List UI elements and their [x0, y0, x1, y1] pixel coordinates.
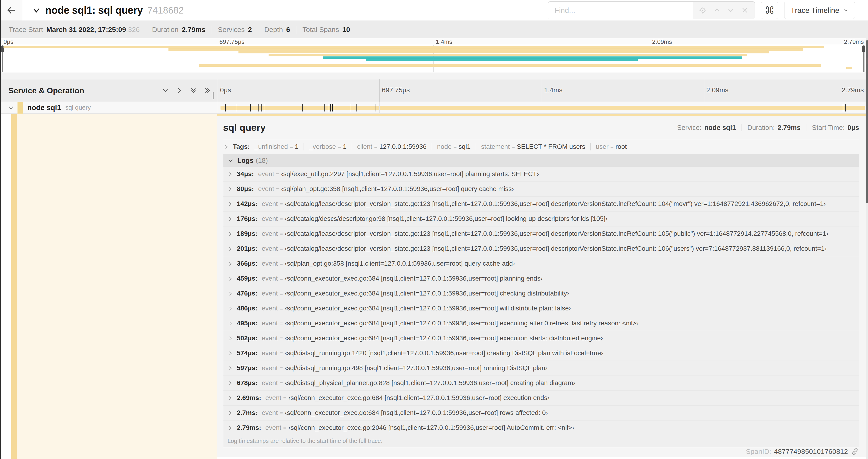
log-tick-marker: [302, 104, 303, 111]
log-field-key: event: [262, 380, 278, 387]
log-row[interactable]: 2.7ms:event=‹sql/conn_executor_exec.go:6…: [223, 405, 859, 420]
tag-equals: =: [512, 143, 515, 150]
next-result-button[interactable]: [725, 4, 737, 16]
tag-key: statement: [481, 143, 510, 151]
logs-footnote: Log timestamps are relative to the start…: [223, 435, 859, 447]
log-field-key: event: [262, 320, 278, 327]
back-button[interactable]: [1, 0, 22, 21]
minimap-span-bar: [239, 51, 769, 54]
detail-meta-label: Service:: [677, 124, 702, 132]
log-row[interactable]: 2.69ms:event=‹sql/conn_executor_exec.go:…: [223, 390, 859, 405]
spanid-value: 4877749850101760812: [774, 448, 848, 456]
log-field-value: ‹sql/conn_executor_exec.go:684 [nsql1,cl…: [285, 275, 542, 282]
spanid-row: SpanID: 4877749850101760812: [746, 447, 859, 456]
keyboard-shortcuts-button[interactable]: ⌘: [761, 2, 778, 19]
chevron-right-icon: [176, 87, 183, 94]
logs-title: Logs: [237, 157, 253, 164]
log-field-equals: =: [280, 380, 283, 387]
tag-value: 1: [295, 143, 299, 151]
log-row[interactable]: 459μs:event=‹sql/conn_executor_exec.go:6…: [223, 271, 859, 286]
jaeger-trace-page: node sql1: sql query 7418682: [0, 0, 868, 459]
tag-equals: =: [290, 143, 293, 150]
minimap-span-bar: [3, 46, 824, 48]
trace-minimap[interactable]: [2, 45, 865, 72]
log-field-equals: =: [283, 395, 286, 402]
timeline-gridline: [704, 102, 704, 113]
log-row[interactable]: 201μs:event=‹sql/catalog/lease/descripto…: [223, 241, 859, 256]
scrollbar-thumb[interactable]: [866, 40, 868, 203]
chevron-up-icon: [713, 6, 720, 14]
log-row[interactable]: 176μs:event=‹sql/catalog/descs/descripto…: [223, 211, 859, 226]
log-field-key: event: [262, 335, 278, 342]
log-timestamp: 2.7ms:: [237, 409, 257, 416]
log-timestamp: 80μs:: [237, 186, 254, 192]
column-resizer-grip[interactable]: [212, 92, 215, 99]
tags-label: Tags:: [233, 143, 250, 151]
log-field-equals: =: [283, 424, 286, 431]
log-row[interactable]: 476μs:event=‹sql/conn_executor_exec.go:6…: [223, 286, 859, 301]
chevron-right-icon: [227, 425, 233, 431]
log-field-key: event: [262, 215, 278, 222]
trace-summary-item: Services2: [218, 26, 252, 34]
trace-summary-value: March 31 2022, 17:25:09.326: [46, 26, 140, 34]
log-field-key: event: [262, 260, 278, 267]
clear-search-button[interactable]: [739, 4, 751, 16]
minimap-span-bar: [323, 57, 742, 59]
span-row-name-cell[interactable]: node sql1 sql query: [1, 102, 217, 113]
deep-link-icon[interactable]: [851, 447, 859, 456]
collapse-deep-button[interactable]: [190, 87, 197, 94]
minimap-span-bar: [846, 67, 852, 69]
span-detail-name-fill: [17, 114, 217, 459]
log-row[interactable]: 502μs:event=‹sql/conn_executor_exec.go:6…: [223, 331, 859, 346]
arrow-left-icon: [6, 5, 17, 15]
log-field-equals: =: [280, 335, 283, 342]
trace-view-selector[interactable]: Trace Timeline: [784, 2, 855, 19]
chevron-right-icon: [227, 171, 233, 177]
span-duration-bar[interactable]: [220, 106, 865, 110]
log-tick-marker: [351, 104, 351, 111]
page-scrollbar[interactable]: [866, 38, 868, 459]
log-row[interactable]: 597μs:event=‹sql/distsql_running.go:498 …: [223, 361, 859, 375]
span-row-timeline[interactable]: [217, 102, 866, 113]
timeline-tick-label: 2.79ms: [844, 38, 864, 45]
log-row[interactable]: 495μs:event=‹sql/conn_executor_exec.go:6…: [223, 316, 859, 331]
log-row[interactable]: 80μs:event=‹sql/plan_opt.go:358 [nsql1,c…: [223, 182, 859, 196]
log-field-value: ‹sql/conn_executor_exec.go:684 [nsql1,cl…: [288, 394, 550, 401]
span-color-strip: [18, 102, 23, 113]
chevron-down-icon: [8, 104, 14, 111]
divider: [590, 143, 591, 151]
log-row[interactable]: 189μs:event=‹sql/catalog/lease/descripto…: [223, 226, 859, 241]
logs-header[interactable]: Logs (18): [223, 154, 859, 167]
minimap-right-scrubber-handle[interactable]: [862, 46, 865, 52]
log-row[interactable]: 678μs:event=‹sql/distsql_physical_planne…: [223, 375, 859, 390]
timeline-gridline: [542, 102, 542, 113]
chevron-down-icon: [162, 87, 169, 94]
collapse-all-button[interactable]: [162, 87, 169, 94]
log-row[interactable]: 486μs:event=‹sql/conn_executor_exec.go:6…: [223, 301, 859, 316]
prev-result-button[interactable]: [711, 4, 723, 16]
focus-match-button[interactable]: [697, 4, 709, 16]
log-row[interactable]: 366μs:event=‹sql/plan_opt.go:358 [nsql1,…: [223, 256, 859, 271]
log-row[interactable]: 34μs:event=‹sql/exec_util.go:2297 [nsql1…: [223, 167, 859, 182]
expand-one-button[interactable]: [176, 87, 183, 94]
log-row[interactable]: 574μs:event=‹sql/distsql_running.go:1420…: [223, 346, 859, 361]
divider: [212, 26, 212, 34]
log-timestamp: 495μs:: [237, 320, 257, 327]
log-field-value: ‹sql/conn_executor_exec.go:684 [nsql1,cl…: [285, 305, 571, 312]
span-row[interactable]: node sql1 sql query: [1, 102, 866, 113]
log-row[interactable]: 2.79ms:event=‹sql/conn_executor_exec.go:…: [223, 420, 859, 435]
log-row[interactable]: 142μs:event=‹sql/catalog/lease/descripto…: [223, 196, 859, 211]
log-field-equals: =: [280, 320, 283, 327]
timeline-gridline: [542, 79, 542, 102]
logs-block: Logs (18) 34μs:event=‹sql/exec_util.go:2…: [223, 154, 859, 447]
tags-row[interactable]: Tags: _unfinished=1_verbose=1client=127.…: [223, 140, 859, 154]
tag-equals: =: [611, 143, 614, 150]
tag-value: 1: [343, 143, 347, 151]
span-collapse-chevron[interactable]: [8, 104, 14, 111]
log-field-key: event: [265, 424, 281, 431]
collapse-trace-chevron[interactable]: [32, 6, 41, 15]
find-input[interactable]: [548, 2, 693, 19]
span-service-name: node sql1: [27, 104, 61, 112]
chevron-right-icon: [227, 351, 233, 356]
expand-all-button[interactable]: [204, 87, 211, 94]
